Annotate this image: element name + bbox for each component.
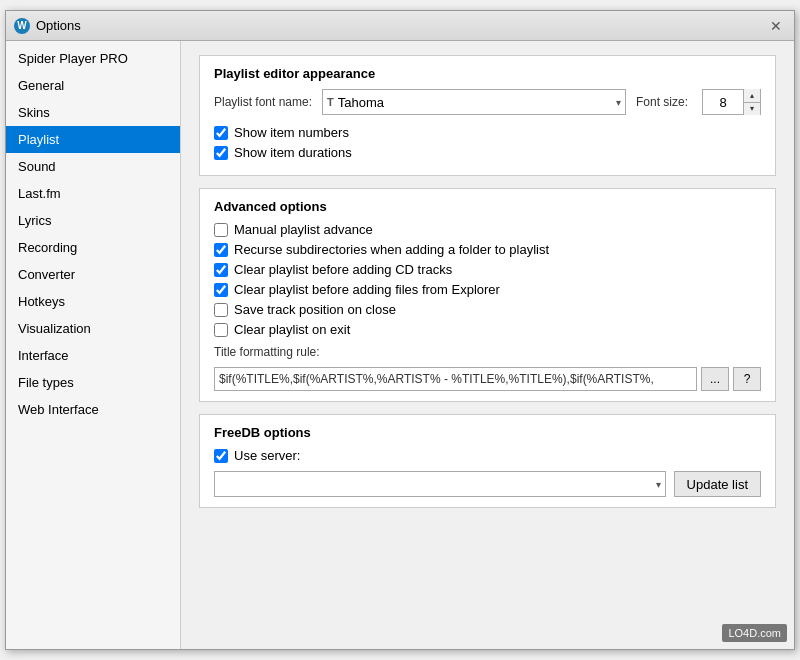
title-format-help-button[interactable]: ? (733, 367, 761, 391)
sidebar-item-lastfm[interactable]: Last.fm (6, 180, 180, 207)
use-server-label[interactable]: Use server: (234, 448, 300, 463)
clear-before-explorer-row: Clear playlist before adding files from … (214, 282, 761, 297)
sidebar-item-playlist[interactable]: Playlist (6, 126, 180, 153)
sidebar-item-converter[interactable]: Converter (6, 261, 180, 288)
font-size-label: Font size: (636, 95, 692, 109)
sidebar-item-interface[interactable]: Interface (6, 342, 180, 369)
show-item-numbers-row: Show item numbers (214, 125, 761, 140)
playlist-appearance-title: Playlist editor appearance (214, 66, 761, 81)
save-track-position-row: Save track position on close (214, 302, 761, 317)
clear-playlist-exit-row: Clear playlist on exit (214, 322, 761, 337)
recurse-subdirectories-label[interactable]: Recurse subdirectories when adding a fol… (234, 242, 549, 257)
freedb-options-group: FreeDB options Use server: ▾ Update list (199, 414, 776, 508)
playlist-appearance-group: Playlist editor appearance Playlist font… (199, 55, 776, 176)
main-panel: Playlist editor appearance Playlist font… (181, 41, 794, 649)
use-server-row: Use server: (214, 448, 761, 463)
font-row: Playlist font name: T ▾ Font size: ▴ ▾ (214, 89, 761, 115)
font-name-label: Playlist font name: (214, 95, 312, 109)
sidebar-item-recording[interactable]: Recording (6, 234, 180, 261)
server-dropdown-arrow-icon[interactable]: ▾ (656, 479, 661, 490)
recurse-subdirectories-checkbox[interactable] (214, 243, 228, 257)
sidebar-item-lyrics[interactable]: Lyrics (6, 207, 180, 234)
clear-before-cd-row: Clear playlist before adding CD tracks (214, 262, 761, 277)
manual-playlist-advance-checkbox[interactable] (214, 223, 228, 237)
sidebar-item-sound[interactable]: Sound (6, 153, 180, 180)
clear-before-cd-checkbox[interactable] (214, 263, 228, 277)
recurse-subdirectories-row: Recurse subdirectories when adding a fol… (214, 242, 761, 257)
font-size-increment-button[interactable]: ▴ (744, 89, 760, 102)
server-select-input[interactable] (219, 477, 656, 492)
advanced-options-group: Advanced options Manual playlist advance… (199, 188, 776, 402)
sidebar-item-visualization[interactable]: Visualization (6, 315, 180, 342)
save-track-position-checkbox[interactable] (214, 303, 228, 317)
show-item-numbers-checkbox[interactable] (214, 126, 228, 140)
watermark: LO4D.com (722, 624, 787, 642)
show-item-numbers-label[interactable]: Show item numbers (234, 125, 349, 140)
font-select-input[interactable] (338, 95, 612, 110)
title-format-section: Title formatting rule: ... ? (214, 345, 761, 391)
font-size-spinners: ▴ ▾ (743, 89, 760, 115)
sidebar-item-web-interface[interactable]: Web Interface (6, 396, 180, 423)
use-server-checkbox[interactable] (214, 449, 228, 463)
font-select-wrapper[interactable]: T ▾ (322, 89, 626, 115)
font-dropdown-arrow-icon[interactable]: ▾ (616, 97, 621, 108)
manual-playlist-advance-row: Manual playlist advance (214, 222, 761, 237)
advanced-options-title: Advanced options (214, 199, 761, 214)
show-item-durations-label[interactable]: Show item durations (234, 145, 352, 160)
clear-playlist-exit-label[interactable]: Clear playlist on exit (234, 322, 350, 337)
font-size-input[interactable] (703, 95, 743, 110)
title-format-input[interactable] (214, 367, 697, 391)
clear-before-cd-label[interactable]: Clear playlist before adding CD tracks (234, 262, 452, 277)
sidebar: Spider Player PRO General Skins Playlist… (6, 41, 181, 649)
app-icon: W (14, 18, 30, 34)
show-item-durations-checkbox[interactable] (214, 146, 228, 160)
title-format-row: ... ? (214, 367, 761, 391)
clear-playlist-exit-checkbox[interactable] (214, 323, 228, 337)
freedb-title: FreeDB options (214, 425, 761, 440)
clear-before-explorer-checkbox[interactable] (214, 283, 228, 297)
server-select-wrapper[interactable]: ▾ (214, 471, 666, 497)
title-bar: W Options ✕ (6, 11, 794, 41)
content-area: Spider Player PRO General Skins Playlist… (6, 41, 794, 649)
show-item-durations-row: Show item durations (214, 145, 761, 160)
sidebar-item-spider-player-pro[interactable]: Spider Player PRO (6, 45, 180, 72)
sidebar-item-skins[interactable]: Skins (6, 99, 180, 126)
font-size-decrement-button[interactable]: ▾ (744, 102, 760, 116)
font-icon: T (327, 96, 334, 108)
window-title: Options (36, 18, 81, 33)
update-list-button[interactable]: Update list (674, 471, 761, 497)
sidebar-item-general[interactable]: General (6, 72, 180, 99)
clear-before-explorer-label[interactable]: Clear playlist before adding files from … (234, 282, 500, 297)
title-format-ellipsis-button[interactable]: ... (701, 367, 729, 391)
font-size-wrapper: ▴ ▾ (702, 89, 761, 115)
save-track-position-label[interactable]: Save track position on close (234, 302, 396, 317)
title-format-label: Title formatting rule: (214, 345, 761, 359)
sidebar-item-file-types[interactable]: File types (6, 369, 180, 396)
freedb-server-row: ▾ Update list (214, 471, 761, 497)
sidebar-item-hotkeys[interactable]: Hotkeys (6, 288, 180, 315)
close-button[interactable]: ✕ (766, 16, 786, 36)
manual-playlist-advance-label[interactable]: Manual playlist advance (234, 222, 373, 237)
